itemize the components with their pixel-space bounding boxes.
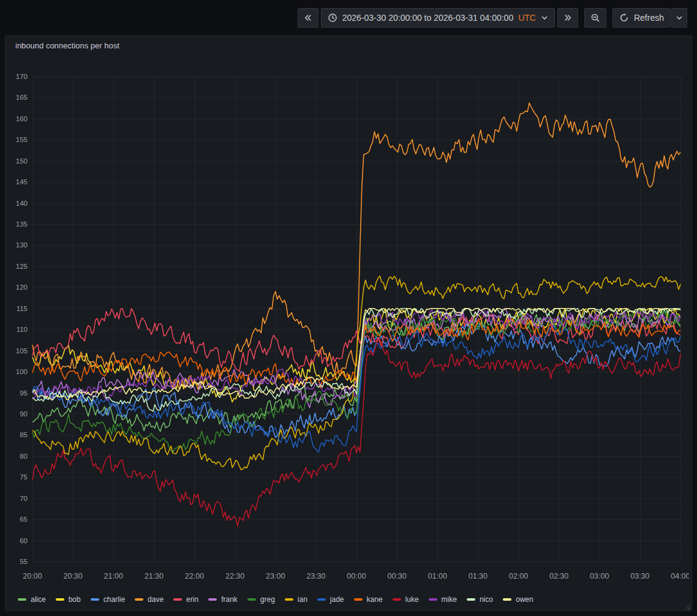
x-axis-tick-label: 21:00 bbox=[104, 572, 123, 580]
legend-item-greg[interactable]: greg bbox=[247, 595, 275, 604]
legend-item-luke[interactable]: luke bbox=[393, 595, 419, 604]
timezone-label: UTC bbox=[518, 13, 536, 23]
chevrons-left-icon bbox=[304, 13, 312, 22]
legend-item-alice[interactable]: alice bbox=[18, 595, 46, 604]
legend-swatch bbox=[91, 598, 99, 601]
y-axis-tick-label: 75 bbox=[20, 473, 28, 481]
chart-area[interactable]: 5560657075808590951001051101151201251301… bbox=[8, 54, 689, 588]
y-axis-tick-label: 170 bbox=[16, 73, 28, 80]
time-range-picker-button[interactable]: 2026-03-30 20:00:00 to 2026-03-31 04:00:… bbox=[321, 8, 555, 28]
legend-item-frank[interactable]: frank bbox=[208, 595, 238, 604]
legend-swatch bbox=[393, 598, 401, 601]
legend-label: alice bbox=[31, 595, 46, 604]
legend-label: owen bbox=[516, 595, 533, 604]
y-axis-tick-label: 65 bbox=[20, 516, 28, 523]
y-axis-tick-label: 105 bbox=[16, 347, 28, 355]
legend-item-charlie[interactable]: charlie bbox=[91, 595, 125, 604]
y-axis-tick-label: 120 bbox=[16, 284, 28, 291]
legend-label: dave bbox=[148, 595, 164, 604]
time-shift-forward-button[interactable] bbox=[557, 8, 578, 28]
panel-title[interactable]: inbound connections per host bbox=[6, 36, 691, 55]
y-axis-tick-label: 80 bbox=[20, 453, 28, 460]
chevrons-right-icon bbox=[563, 13, 572, 22]
legend-item-jade[interactable]: jade bbox=[317, 595, 344, 604]
zoom-out-icon bbox=[590, 13, 600, 23]
chart-svg[interactable]: 5560657075808590951001051101151201251301… bbox=[8, 54, 689, 588]
legend-item-ian[interactable]: ian bbox=[285, 595, 307, 604]
y-axis-tick-label: 115 bbox=[17, 305, 28, 312]
x-axis-tick-label: 00:30 bbox=[387, 572, 406, 580]
y-axis-tick-label: 160 bbox=[16, 115, 28, 122]
legend-swatch bbox=[56, 598, 64, 601]
x-axis-tick-label: 21:30 bbox=[145, 572, 164, 580]
y-axis-tick-label: 70 bbox=[20, 495, 28, 502]
x-axis-tick-label: 04:00 bbox=[671, 572, 689, 580]
panel: inbound connections per host 55606570758… bbox=[5, 36, 692, 611]
x-axis-tick-label: 23:30 bbox=[306, 572, 325, 580]
refresh-button[interactable]: Refresh bbox=[612, 8, 671, 28]
y-axis-tick-label: 60 bbox=[20, 537, 28, 544]
y-axis-tick-label: 145 bbox=[16, 178, 28, 186]
y-axis-tick-label: 100 bbox=[16, 368, 28, 375]
legend-swatch bbox=[18, 598, 26, 601]
legend-swatch bbox=[173, 598, 182, 601]
x-axis-tick-label: 03:30 bbox=[630, 572, 649, 580]
y-axis-tick-label: 95 bbox=[20, 389, 28, 397]
x-axis-tick-label: 23:00 bbox=[266, 572, 285, 580]
x-axis-tick-label: 20:30 bbox=[63, 572, 82, 580]
chevron-down-icon bbox=[541, 14, 548, 21]
y-axis-tick-label: 135 bbox=[16, 220, 28, 228]
legend-label: erin bbox=[186, 595, 198, 604]
legend-item-nico[interactable]: nico bbox=[467, 595, 493, 604]
time-shift-back-button[interactable] bbox=[298, 8, 318, 28]
legend-swatch bbox=[467, 598, 475, 601]
x-axis-tick-label: 00:00 bbox=[347, 572, 366, 580]
legend-label: bob bbox=[69, 595, 81, 604]
y-axis-tick-label: 125 bbox=[16, 263, 28, 270]
legend-label: kane bbox=[367, 595, 383, 604]
y-axis-tick-label: 130 bbox=[16, 241, 28, 249]
y-axis-tick-label: 110 bbox=[17, 326, 28, 333]
legend-swatch bbox=[135, 598, 143, 601]
legend-item-owen[interactable]: owen bbox=[503, 595, 533, 604]
legend-label: frank bbox=[221, 595, 238, 604]
legend-label: mike bbox=[442, 595, 457, 604]
legend-item-mike[interactable]: mike bbox=[429, 595, 457, 604]
legend-label: luke bbox=[405, 595, 419, 604]
x-axis-tick-label: 20:00 bbox=[23, 572, 42, 580]
x-axis-tick-label: 22:00 bbox=[185, 572, 204, 580]
y-axis-tick-label: 90 bbox=[20, 410, 28, 418]
y-axis-tick-label: 85 bbox=[20, 431, 28, 438]
legend-swatch bbox=[429, 598, 437, 601]
legend-item-erin[interactable]: erin bbox=[173, 595, 198, 604]
legend-swatch bbox=[317, 598, 326, 601]
legend-label: nico bbox=[480, 595, 493, 604]
legend-swatch bbox=[503, 598, 511, 601]
y-axis-tick-label: 165 bbox=[16, 94, 28, 101]
zoom-out-button[interactable] bbox=[584, 8, 606, 28]
topbar: 2026-03-30 20:00:00 to 2026-03-31 04:00:… bbox=[0, 0, 697, 36]
legend-swatch bbox=[285, 598, 293, 601]
x-axis-tick-label: 01:00 bbox=[428, 572, 447, 580]
refresh-label: Refresh bbox=[634, 13, 664, 23]
y-axis-tick-label: 150 bbox=[16, 157, 28, 165]
refresh-icon bbox=[619, 13, 629, 23]
legend-label: greg bbox=[260, 595, 275, 604]
legend-item-kane[interactable]: kane bbox=[354, 595, 383, 604]
legend-swatch bbox=[354, 598, 363, 601]
legend-item-dave[interactable]: dave bbox=[135, 595, 164, 604]
x-axis-tick-label: 22:30 bbox=[225, 572, 244, 580]
x-axis-tick-label: 02:00 bbox=[509, 572, 528, 580]
legend-label: ian bbox=[298, 595, 307, 604]
legend: alicebobcharliedaveerinfrankgregianjadek… bbox=[18, 592, 687, 607]
x-axis-tick-label: 02:30 bbox=[549, 572, 568, 580]
legend-label: charlie bbox=[104, 595, 125, 604]
time-controls: 2026-03-30 20:00:00 to 2026-03-31 04:00:… bbox=[298, 8, 687, 28]
y-axis-tick-label: 140 bbox=[16, 200, 28, 207]
legend-swatch bbox=[247, 598, 256, 601]
refresh-interval-dropdown[interactable] bbox=[671, 8, 687, 28]
legend-item-bob[interactable]: bob bbox=[56, 595, 81, 604]
chevron-down-icon bbox=[676, 14, 683, 21]
time-range-label: 2026-03-30 20:00:00 to 2026-03-31 04:00:… bbox=[342, 13, 513, 23]
x-axis-tick-label: 01:30 bbox=[469, 572, 488, 580]
